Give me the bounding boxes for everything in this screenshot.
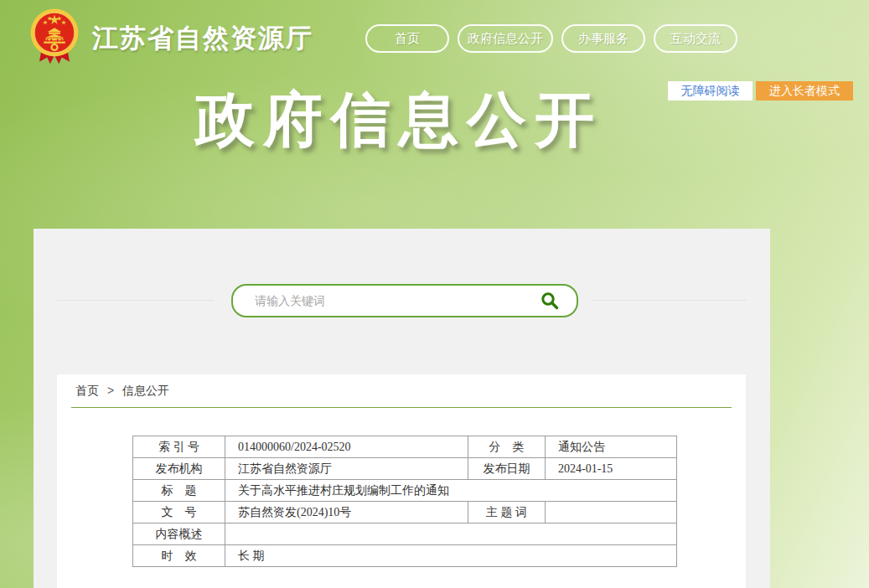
table-row: 时 效 长 期 xyxy=(133,545,677,567)
search-row xyxy=(34,284,770,317)
field-label-validity: 时 效 xyxy=(133,545,225,567)
field-label-title: 标 题 xyxy=(133,480,225,502)
field-value-title: 关于高水平推进村庄规划编制工作的通知 xyxy=(225,480,677,502)
detail-section: 首页 > 信息公开 索 引 号 014000060/2024-02520 分 类… xyxy=(57,374,746,588)
field-label-subject: 主 题 词 xyxy=(468,502,546,524)
field-label-doc-no: 文 号 xyxy=(133,502,225,524)
breadcrumb-current-link[interactable]: 信息公开 xyxy=(122,384,169,397)
nav-item-gov-info[interactable]: 政府信息公开 xyxy=(458,24,553,53)
breadcrumb-separator: > xyxy=(107,384,114,397)
field-label-issuer: 发布机构 xyxy=(133,458,225,480)
search-input[interactable] xyxy=(253,293,535,308)
breadcrumb-home-link[interactable]: 首页 xyxy=(75,384,99,397)
nav-item-home[interactable]: 首页 xyxy=(365,24,449,53)
field-value-category: 通知公告 xyxy=(546,436,677,458)
record-meta-table: 索 引 号 014000060/2024-02520 分 类 通知公告 发布机构… xyxy=(132,436,677,567)
breadcrumb-rule xyxy=(71,407,732,408)
field-value-pub-date: 2024-01-15 xyxy=(546,458,677,480)
table-row: 发布机构 江苏省自然资源厅 发布日期 2024-01-15 xyxy=(133,458,677,480)
nav-item-interaction[interactable]: 互动交流 xyxy=(654,24,737,53)
table-row: 标 题 关于高水平推进村庄规划编制工作的通知 xyxy=(133,480,677,502)
breadcrumb: 首页 > 信息公开 xyxy=(75,384,169,399)
search-button[interactable] xyxy=(535,291,577,311)
search-divider-right xyxy=(591,300,747,301)
field-value-issuer: 江苏省自然资源厅 xyxy=(225,458,468,480)
field-value-validity: 长 期 xyxy=(225,545,677,567)
nav-item-services[interactable]: 办事服务 xyxy=(561,24,645,53)
field-value-subject xyxy=(546,502,677,524)
field-label-pub-date: 发布日期 xyxy=(468,458,546,480)
field-label-summary: 内容概述 xyxy=(133,524,225,545)
search-box xyxy=(231,284,578,317)
elder-mode-button[interactable]: 进入长者模式 xyxy=(756,81,853,101)
field-value-doc-no: 苏自然资发(2024)10号 xyxy=(225,502,468,524)
table-row: 文 号 苏自然资发(2024)10号 主 题 词 xyxy=(133,502,677,524)
field-value-index: 014000060/2024-02520 xyxy=(225,436,468,458)
accessibility-reading-button[interactable]: 无障碍阅读 xyxy=(668,81,753,101)
main-nav: 首页 政府信息公开 办事服务 互动交流 xyxy=(365,24,737,53)
field-label-index: 索 引 号 xyxy=(133,436,225,458)
site-name: 江苏省自然资源厅 xyxy=(92,21,313,56)
page-root: 江苏省自然资源厅 首页 政府信息公开 办事服务 互动交流 无障碍阅读 进入长者模… xyxy=(0,0,869,588)
content-panel: 首页 > 信息公开 索 引 号 014000060/2024-02520 分 类… xyxy=(34,229,770,588)
table-row: 索 引 号 014000060/2024-02520 分 类 通知公告 xyxy=(133,436,677,458)
field-label-category: 分 类 xyxy=(468,436,546,458)
search-icon xyxy=(540,291,560,311)
national-emblem-icon xyxy=(30,8,79,69)
banner-title: 政府信息公开 xyxy=(195,80,603,160)
quick-links: 无障碍阅读 进入长者模式 xyxy=(668,81,853,101)
site-logo-link[interactable]: 江苏省自然资源厅 xyxy=(30,8,313,69)
field-value-summary xyxy=(225,524,677,545)
table-row: 内容概述 xyxy=(133,524,677,545)
search-divider-left xyxy=(57,300,215,301)
